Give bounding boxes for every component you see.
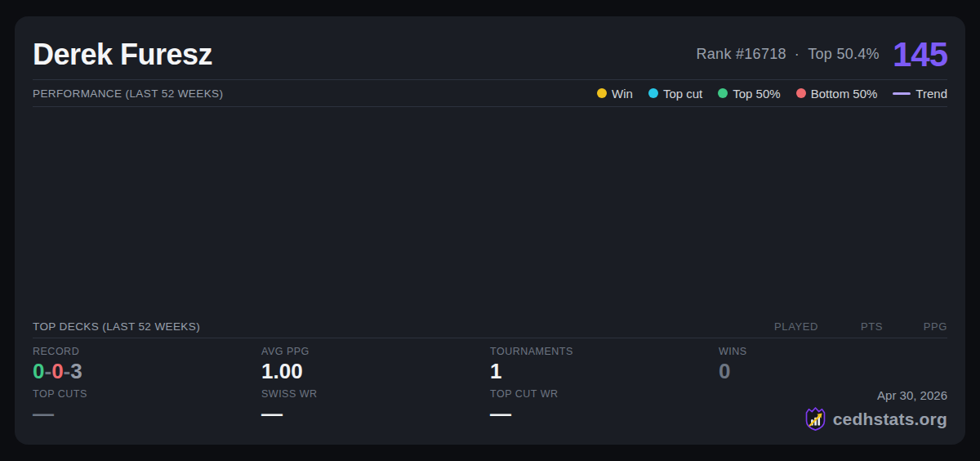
stat-top-cut-wr: TOP CUT WR —: [490, 388, 719, 433]
site-name: cedhstats.org: [833, 410, 947, 429]
record-wins: 0: [33, 359, 44, 383]
column-ppg: PPG: [883, 320, 947, 333]
dot-separator: ·: [795, 46, 800, 63]
column-played: PLAYED: [774, 320, 818, 333]
stat-label: WINS: [719, 346, 947, 357]
stat-label: TOURNAMENTS: [490, 346, 719, 357]
top-cut-dot-icon: [648, 88, 658, 98]
stat-label: TOP CUTS: [33, 388, 261, 400]
legend-item-trend: Trend: [893, 87, 947, 101]
avg-ppg-value: 1.00: [261, 360, 490, 383]
legend-item-top50: Top 50%: [718, 87, 780, 101]
performance-header-row: PERFORMANCE (LAST 52 WEEKS) Win Top cut …: [33, 80, 947, 107]
tournaments-value: 1: [490, 360, 719, 383]
wins-value: 0: [719, 360, 947, 383]
record-separator: -: [44, 359, 51, 383]
trend-line-icon: [893, 92, 911, 95]
stat-wins: WINS 0: [719, 346, 947, 383]
legend-item-bottom50: Bottom 50%: [796, 87, 878, 101]
stat-avg-ppg: AVG PPG 1.00: [261, 346, 490, 388]
performance-title: PERFORMANCE (LAST 52 WEEKS): [33, 87, 223, 100]
stat-label: TOP CUT WR: [490, 388, 719, 400]
player-name: Derek Furesz: [33, 38, 212, 72]
legend-label: Top 50%: [733, 87, 780, 101]
rank-line: Rank #16718 · Top 50.4%: [696, 46, 879, 63]
legend-label: Win: [612, 87, 633, 101]
chart-legend: Win Top cut Top 50% Bottom 50% Trend: [597, 87, 947, 101]
stat-swiss-wr: SWISS WR —: [261, 388, 490, 433]
swiss-wr-value: —: [261, 402, 490, 426]
stat-tournaments: TOURNAMENTS 1: [490, 346, 719, 388]
column-pts: PTS: [818, 320, 883, 333]
rank-label: Rank #16718: [696, 46, 786, 63]
stat-record: RECORD 0-0-3: [33, 346, 261, 388]
player-score: 145: [893, 38, 947, 72]
stats-grid: RECORD 0-0-3 AVG PPG 1.00 TOURNAMENTS 1 …: [33, 338, 947, 433]
legend-label: Trend: [915, 87, 947, 101]
win-dot-icon: [597, 88, 607, 98]
top-percent-label: Top 50.4%: [808, 46, 880, 63]
top-cut-wr-value: —: [490, 402, 719, 426]
card-footer: Apr 30, 2026 cedhstats.org: [719, 388, 947, 433]
stat-label: AVG PPG: [261, 346, 490, 357]
stat-top-cuts: TOP CUTS —: [33, 388, 261, 433]
record-value: 0-0-3: [33, 360, 261, 383]
top-cuts-value: —: [33, 402, 261, 426]
header-right: Rank #16718 · Top 50.4% 145: [696, 38, 947, 72]
stat-label: SWISS WR: [261, 388, 490, 400]
top-decks-columns: PLAYED PTS PPG: [774, 320, 947, 333]
top-decks-title: TOP DECKS (LAST 52 WEEKS): [33, 320, 200, 333]
legend-label: Bottom 50%: [811, 87, 878, 101]
top50-dot-icon: [718, 88, 728, 98]
top-decks-header-row: TOP DECKS (LAST 52 WEEKS) PLAYED PTS PPG: [33, 315, 947, 338]
stat-label: RECORD: [33, 346, 261, 357]
legend-item-win: Win: [597, 87, 633, 101]
legend-label: Top cut: [663, 87, 702, 101]
card-header: Derek Furesz Rank #16718 · Top 50.4% 145: [33, 29, 947, 80]
footer-date: Apr 30, 2026: [877, 388, 947, 402]
record-separator: -: [64, 359, 71, 383]
performance-chart-area: [33, 107, 947, 315]
record-draws: 3: [70, 359, 82, 383]
player-stats-card: Derek Furesz Rank #16718 · Top 50.4% 145…: [15, 16, 965, 445]
brand: cedhstats.org: [804, 406, 947, 432]
bottom50-dot-icon: [796, 88, 806, 98]
record-losses: 0: [51, 359, 63, 383]
cedhstats-shield-logo-icon: [804, 406, 826, 432]
legend-item-top-cut: Top cut: [648, 87, 702, 101]
